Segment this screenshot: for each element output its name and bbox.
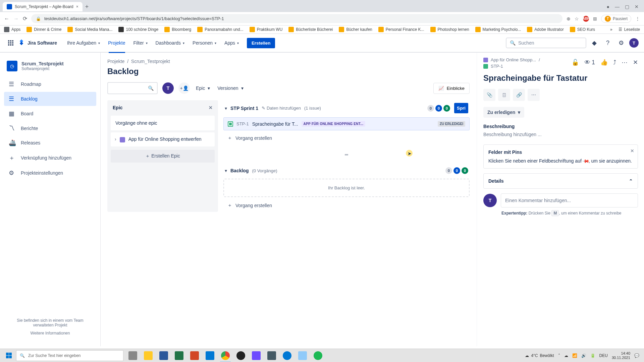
excel-icon[interactable] bbox=[172, 349, 186, 362]
mail-icon[interactable] bbox=[203, 349, 217, 362]
bookmark-item[interactable]: Praktikum WU bbox=[250, 27, 283, 32]
epic-panel-close-icon[interactable]: ✕ bbox=[209, 105, 213, 110]
close-pins-icon[interactable]: ✕ bbox=[630, 148, 634, 154]
app-icon[interactable] bbox=[264, 349, 279, 362]
forward-icon[interactable]: → bbox=[13, 16, 19, 22]
epic-link-tag[interactable]: APP FÜR ONLINE SHOPPING ENT... bbox=[302, 121, 366, 127]
insights-button[interactable]: 📈Einblicke bbox=[433, 83, 470, 94]
app-switcher-icon[interactable] bbox=[5, 38, 16, 48]
add-child-button[interactable]: ⌹ bbox=[498, 89, 510, 101]
epic-filter-dropdown[interactable]: Epic▾ bbox=[195, 83, 211, 93]
filter-search-input[interactable]: 🔍 bbox=[107, 82, 158, 94]
add-dates-button[interactable]: ✎Daten hinzufügen bbox=[262, 106, 301, 111]
nav-projects[interactable]: Projekte bbox=[105, 38, 128, 48]
chevron-down-icon[interactable]: ▾ bbox=[225, 168, 227, 173]
bookmark-item[interactable]: Adobe Illustrator bbox=[527, 27, 564, 32]
chevron-down-icon[interactable]: ▾ bbox=[225, 106, 227, 111]
description-input[interactable]: Beschreibung hinzufügen ... bbox=[483, 132, 638, 137]
sidebar-item-roadmap[interactable]: ☰Roadmap bbox=[4, 77, 96, 91]
tray-onedrive-icon[interactable]: ☁ bbox=[564, 353, 568, 358]
comment-input[interactable]: Einen Kommentar hinzufügen... bbox=[501, 193, 638, 207]
create-issue-backlog[interactable]: ＋ Vorgang erstellen bbox=[223, 199, 470, 212]
bookmark-item[interactable]: Dinner & Crime bbox=[26, 27, 61, 32]
breadcrumb-project[interactable]: Scrum_Testprojekt bbox=[131, 59, 170, 64]
link-issue-button[interactable]: 🔗 bbox=[513, 89, 525, 101]
reload-icon[interactable]: ⟳ bbox=[23, 15, 27, 22]
url-input[interactable]: 🔒 testdeutsch1.atlassian.net/jira/softwa… bbox=[31, 14, 562, 23]
help-icon[interactable]: ? bbox=[602, 38, 613, 48]
jira-logo[interactable]: Jira Software bbox=[17, 39, 57, 47]
spotify-icon[interactable] bbox=[311, 349, 325, 362]
project-header[interactable]: ◷ Scrum_Testprojekt Softwareprojekt bbox=[3, 59, 98, 77]
nav-dashboards[interactable]: Dashboards bbox=[152, 38, 188, 48]
notifications-icon[interactable]: ◆ bbox=[589, 38, 600, 48]
word-icon[interactable] bbox=[156, 349, 171, 362]
nav-filters[interactable]: Filter bbox=[130, 38, 151, 48]
create-button[interactable]: Erstellen bbox=[247, 38, 275, 48]
tray-chevron-icon[interactable]: ˄ bbox=[558, 353, 560, 358]
browser-tab[interactable]: Scrum_Testprojekt – Agile-Board × bbox=[3, 2, 83, 11]
settings-gear-icon[interactable]: ⚙ bbox=[616, 38, 627, 48]
back-icon[interactable]: ← bbox=[4, 16, 9, 22]
status-dropdown[interactable]: Zu erledigen▾ bbox=[483, 107, 524, 118]
extension-abp-icon[interactable]: ABP bbox=[583, 16, 589, 22]
bookmark-item[interactable]: Bücherliste Bücherei bbox=[288, 27, 333, 32]
notepad-icon[interactable] bbox=[295, 349, 310, 362]
profile-avatar[interactable]: T bbox=[629, 38, 639, 48]
bookmark-item[interactable]: Bloomberg bbox=[164, 27, 191, 32]
bookmark-item[interactable]: SEO Kurs bbox=[570, 27, 595, 32]
close-window-icon[interactable]: ✕ bbox=[635, 4, 639, 9]
issues-without-epic[interactable]: Vorgänge ohne epic bbox=[111, 116, 215, 130]
lock-icon[interactable]: 🔓 bbox=[572, 59, 579, 66]
details-accordion[interactable]: Details ⌃ bbox=[483, 173, 638, 189]
zoom-icon[interactable]: ⊕ bbox=[567, 16, 571, 21]
tray-language[interactable]: DEU bbox=[599, 353, 608, 358]
bookmark-item[interactable]: Panoramabahn und... bbox=[197, 27, 243, 32]
account-dot-icon[interactable]: ● bbox=[607, 4, 609, 9]
chrome-icon[interactable] bbox=[218, 349, 233, 362]
tab-close-icon[interactable]: × bbox=[76, 4, 78, 9]
sidebar-item-releases[interactable]: 🚢Releases bbox=[4, 136, 96, 150]
sidebar-item-add-link[interactable]: ＋Verknüpfung hinzufügen bbox=[4, 150, 96, 165]
assignee-filter-avatar[interactable]: T bbox=[162, 82, 174, 94]
add-people-button[interactable]: +👤 bbox=[178, 82, 190, 94]
kebab-menu-icon[interactable]: ⋮ bbox=[635, 16, 640, 21]
sprint-name[interactable]: STP Sprint 1 bbox=[230, 106, 258, 111]
maximize-icon[interactable]: ▢ bbox=[625, 4, 629, 9]
share-icon[interactable]: ⤴ bbox=[613, 59, 616, 66]
start-sprint-button[interactable]: Spri bbox=[454, 103, 468, 113]
nav-people[interactable]: Personen bbox=[189, 38, 220, 48]
breadcrumb-projects[interactable]: Projekte bbox=[107, 59, 124, 64]
issue-row[interactable]: STP-1 Spracheingabe für T... APP FÜR ONL… bbox=[223, 117, 470, 130]
file-explorer-icon[interactable] bbox=[141, 349, 156, 362]
bookmark-item[interactable]: Marketing Psycholo... bbox=[475, 27, 521, 32]
bookmark-item[interactable]: Bücher kaufen bbox=[339, 27, 372, 32]
tray-volume-icon[interactable]: 🔊 bbox=[581, 353, 586, 358]
create-issue-sprint[interactable]: ＋ Vorgang erstellen bbox=[223, 132, 470, 144]
bookmark-item[interactable]: 100 schöne Dinge bbox=[118, 27, 158, 32]
minimize-icon[interactable]: ― bbox=[615, 4, 620, 9]
new-tab-button[interactable]: + bbox=[83, 2, 92, 12]
obs-icon[interactable] bbox=[233, 349, 248, 362]
sidebar-item-reports[interactable]: 〽Berichte bbox=[4, 121, 96, 135]
bookmark-overflow[interactable]: » bbox=[610, 27, 612, 32]
nav-apps[interactable]: Apps bbox=[221, 38, 242, 48]
tray-clock[interactable]: 14:40 30.11.2021 bbox=[612, 351, 630, 360]
powerpoint-icon[interactable] bbox=[187, 349, 202, 362]
reading-list[interactable]: ☰Leseliste bbox=[619, 27, 640, 32]
nav-your-work[interactable]: Ihre Aufgaben bbox=[64, 38, 103, 48]
task-view-icon[interactable] bbox=[125, 349, 140, 362]
sidebar-footer-link[interactable]: Weitere Informationen bbox=[7, 331, 94, 336]
tray-notifications-icon[interactable]: 💬 bbox=[634, 353, 639, 358]
more-actions-icon[interactable]: ⋯ bbox=[622, 59, 628, 66]
drag-divider-handle[interactable]: ═ bbox=[223, 149, 470, 160]
sidebar-item-backlog[interactable]: ☰Backlog bbox=[4, 92, 96, 106]
app-icon[interactable] bbox=[249, 349, 264, 362]
epic-item[interactable]: › App für Online Shopping entwerfen bbox=[111, 132, 215, 146]
start-button[interactable] bbox=[1, 349, 16, 362]
extensions-icon[interactable]: ⊞ bbox=[593, 16, 597, 21]
bookmark-item[interactable]: Photoshop lernen bbox=[430, 27, 469, 32]
bookmark-item[interactable]: Personal Finance K... bbox=[378, 27, 424, 32]
detail-epic-link[interactable]: App für Online Shopp... bbox=[491, 57, 536, 62]
tray-wifi-icon[interactable]: 📶 bbox=[572, 353, 577, 358]
